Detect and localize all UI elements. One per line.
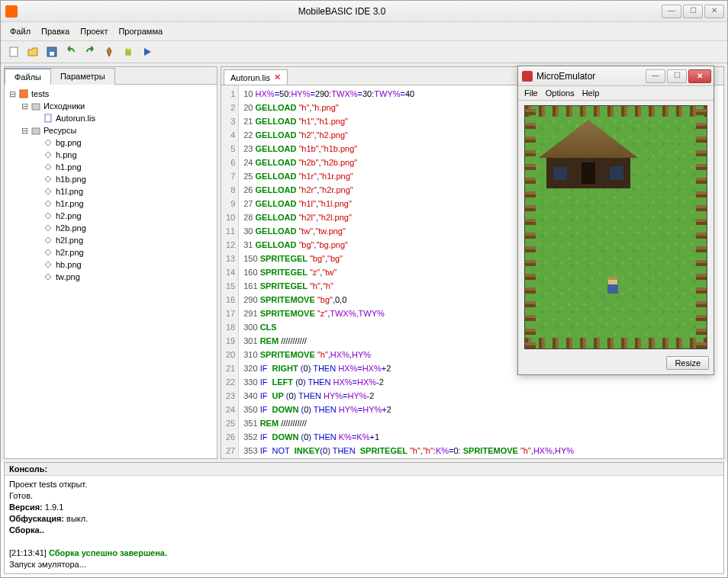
- tree-resource-file[interactable]: h1r.png: [6, 197, 215, 210]
- tree-resource-file[interactable]: hb.png: [6, 258, 215, 271]
- emulator-screen: [524, 105, 707, 349]
- project-tree[interactable]: ⊟tests⊟ИсходникиAutorun.lis⊟Ресурсыbg.pn…: [5, 85, 217, 458]
- svg-rect-8: [45, 114, 51, 122]
- emulator-menubar: File Options Help: [518, 86, 714, 101]
- maximize-button[interactable]: ☐: [683, 5, 703, 18]
- emulator-maximize-button[interactable]: ☐: [667, 69, 687, 83]
- console-panel: Консоль: Проект tests открыт.Готов.Верси…: [4, 462, 724, 574]
- tree-resource-file[interactable]: h2r.png: [6, 246, 215, 258]
- menubar: Файл Правка Проект Программа: [1, 22, 727, 41]
- svg-point-4: [126, 48, 127, 50]
- svg-rect-7: [32, 104, 40, 110]
- minimize-button[interactable]: —: [662, 5, 681, 18]
- tree-resources-folder[interactable]: ⊟Ресурсы: [6, 124, 215, 136]
- tree-resource-file[interactable]: h1.png: [6, 161, 215, 173]
- tab-params[interactable]: Параметры: [50, 68, 115, 85]
- menu-edit[interactable]: Правка: [37, 25, 74, 37]
- tree-resource-file[interactable]: h2l.png: [6, 234, 215, 246]
- emulator-app-icon: [522, 71, 533, 82]
- titlebar: MobileBASIC IDE 3.0 — ☐ ✕: [1, 1, 727, 22]
- emulator-menu-options[interactable]: Options: [546, 88, 575, 98]
- save-icon[interactable]: [43, 43, 60, 60]
- svg-rect-0: [10, 47, 18, 56]
- svg-rect-2: [50, 52, 54, 56]
- tree-resource-file[interactable]: h.png: [6, 149, 215, 161]
- android-icon[interactable]: [120, 43, 137, 60]
- project-panel: Файлы Параметры ⊟tests⊟ИсходникиAutorun.…: [4, 66, 217, 459]
- menu-program[interactable]: Программа: [114, 25, 167, 37]
- svg-point-5: [129, 48, 130, 50]
- svg-rect-9: [32, 128, 40, 134]
- close-icon[interactable]: ⨯: [274, 72, 281, 82]
- build-icon[interactable]: [101, 43, 118, 60]
- tree-root[interactable]: ⊟tests: [6, 88, 215, 100]
- emulator-window[interactable]: MicroEmulator — ☐ ✕ File Options Help Re…: [517, 66, 714, 375]
- redo-icon[interactable]: [82, 43, 98, 60]
- tree-resource-file[interactable]: h1l.png: [6, 185, 215, 197]
- tab-files[interactable]: Файлы: [5, 68, 51, 85]
- tree-source-file[interactable]: Autorun.lis: [6, 112, 215, 124]
- menu-project[interactable]: Проект: [76, 25, 112, 37]
- tree-resource-file[interactable]: h2b.png: [6, 222, 215, 234]
- emulator-minimize-button[interactable]: —: [646, 69, 665, 83]
- window-title: MobileBASIC IDE 3.0: [22, 6, 662, 17]
- console-output: Проект tests открыт.Готов.Версия: 1.9.1О…: [5, 476, 723, 573]
- emulator-titlebar[interactable]: MicroEmulator — ☐ ✕: [518, 66, 714, 86]
- app-icon: [5, 5, 18, 18]
- close-button[interactable]: ✕: [704, 5, 724, 18]
- emulator-close-button[interactable]: ✕: [688, 69, 711, 83]
- svg-rect-6: [20, 90, 27, 98]
- emulator-title: MicroEmulator: [536, 71, 646, 82]
- resize-button[interactable]: Resize: [666, 356, 709, 370]
- open-icon[interactable]: [24, 43, 41, 60]
- undo-icon[interactable]: [63, 43, 79, 60]
- new-icon[interactable]: [5, 43, 22, 60]
- tree-resource-file[interactable]: h2.png: [6, 210, 215, 222]
- editor-tab-label: Autorun.lis: [230, 73, 270, 82]
- menu-file[interactable]: Файл: [5, 25, 35, 37]
- house-sprite: [539, 120, 638, 188]
- emulator-menu-help[interactable]: Help: [582, 88, 600, 98]
- toolbar: [1, 41, 727, 63]
- tree-resource-file[interactable]: bg.png: [6, 136, 215, 149]
- svg-rect-3: [125, 50, 131, 56]
- tree-resource-file[interactable]: tw.png: [6, 271, 215, 283]
- run-icon[interactable]: [139, 43, 156, 60]
- character-sprite: [606, 277, 620, 297]
- console-header: Консоль:: [5, 463, 723, 476]
- tree-sources-folder[interactable]: ⊟Исходники: [6, 100, 215, 112]
- editor-tab-autorun[interactable]: Autorun.lis ⨯: [224, 69, 288, 85]
- emulator-menu-file[interactable]: File: [524, 88, 538, 98]
- tree-resource-file[interactable]: h1b.png: [6, 173, 215, 185]
